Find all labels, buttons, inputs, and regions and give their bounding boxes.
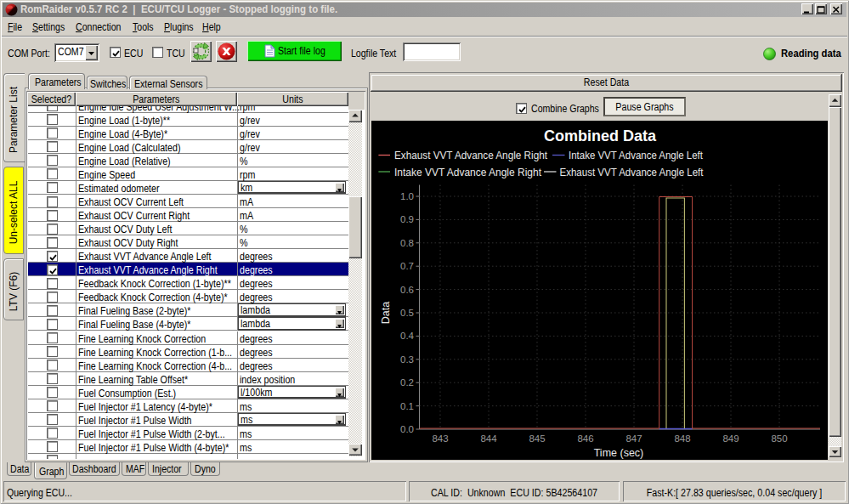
svg-text:0.9: 0.9 [400, 214, 414, 224]
svg-text:0.7: 0.7 [400, 261, 414, 271]
svg-text:0.0: 0.0 [400, 424, 414, 434]
svg-text:Data: Data [380, 302, 392, 324]
svg-text:848: 848 [674, 433, 690, 444]
svg-text:844: 844 [480, 433, 497, 444]
svg-text:Exhaust VVT Advance Angle Righ: Exhaust VVT Advance Angle Right [394, 150, 547, 161]
svg-text:Time (sec): Time (sec) [594, 447, 644, 459]
svg-text:850: 850 [771, 433, 787, 444]
svg-text:843: 843 [432, 433, 448, 444]
svg-text:0.2: 0.2 [400, 377, 414, 388]
svg-text:1.0: 1.0 [400, 191, 414, 201]
svg-text:846: 846 [577, 433, 593, 444]
svg-text:Intake VVT Advance Angle Left: Intake VVT Advance Angle Left [569, 150, 703, 161]
svg-text:845: 845 [529, 433, 545, 444]
svg-text:0.8: 0.8 [400, 238, 414, 248]
svg-text:0.1: 0.1 [400, 401, 414, 411]
svg-text:849: 849 [722, 433, 739, 444]
svg-text:847: 847 [625, 433, 642, 444]
svg-text:0.4: 0.4 [400, 331, 415, 341]
svg-text:Intake VVT Advance Angle Right: Intake VVT Advance Angle Right [394, 167, 541, 178]
svg-text:Combined Data: Combined Data [544, 127, 657, 144]
svg-text:0.3: 0.3 [400, 354, 414, 365]
svg-text:Exhaust VVT Advance Angle Left: Exhaust VVT Advance Angle Left [560, 167, 704, 178]
svg-text:0.6: 0.6 [400, 285, 414, 295]
svg-text:0.5: 0.5 [400, 308, 414, 318]
